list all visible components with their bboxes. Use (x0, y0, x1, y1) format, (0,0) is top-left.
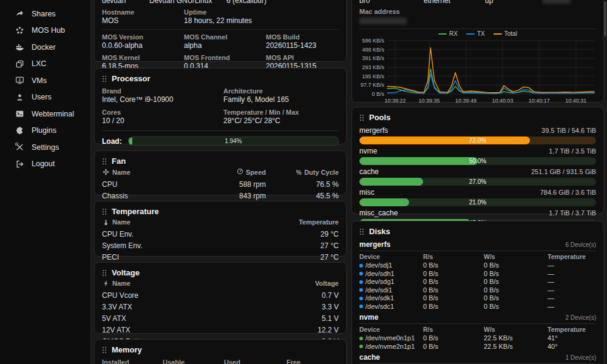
pool-usage-percent: 27.0% (359, 178, 596, 186)
sidebar-item-webterminal[interactable]: Webterminal (0, 106, 90, 123)
sidebar-item-logout[interactable]: Logout (0, 156, 90, 173)
disk-read-speed: 0 B/s (423, 278, 484, 286)
disk-read-speed: 0 B/s (423, 270, 484, 278)
scrollbar-thumb[interactable] (604, 1, 606, 36)
system-field-value: 20260115-1423 (266, 41, 339, 50)
disk-temperature: — (548, 261, 596, 270)
sidebar-item-mos-hub[interactable]: MOS Hub (0, 22, 90, 39)
disk-row-dev-nvme0n1p1: /dev/nvme0n1p10 B/s22.5 KB/s41° (359, 334, 596, 343)
system-field-value: 0.0.60-alpha (102, 41, 184, 50)
pool-usage-percent: 50.0% (359, 157, 596, 165)
drag-handle-icon[interactable] (102, 269, 107, 277)
disk-row-dev-sdh1: /dev/sdh10 B/s0 B/s— (359, 270, 596, 278)
sensor-value: 29 °C (220, 230, 339, 238)
memory-field-label: Installed (102, 359, 163, 364)
processor-field-value: 10 / 20 (102, 116, 223, 126)
svg-text:488 KB/s: 488 KB/s (362, 47, 384, 53)
disk-temperature: — (548, 278, 596, 286)
sidebar-item-plugins[interactable]: Plugins (0, 123, 90, 140)
drag-handle-icon[interactable] (102, 75, 107, 83)
fan-table-header: Name Speed% Duty Cycle (102, 167, 339, 178)
system-field-value: MOS (102, 16, 184, 25)
cpu-load-percent: 1.94% (129, 137, 338, 145)
disk-device-name: /dev/sdc1 (365, 303, 394, 311)
system-partial-value: devuan (102, 0, 149, 5)
temperature-table: NameTemperatureCPU Env.29 °CSystem Env.2… (102, 217, 339, 263)
column-name: Name (102, 169, 187, 176)
field-hostname: HostnameMOS (102, 8, 184, 25)
ip-address-redacted (543, 0, 571, 4)
voltage-row-cpu-vcore: CPU Vcore0.7 V (102, 289, 339, 301)
drag-handle-icon[interactable] (102, 346, 107, 354)
disk-temperature: 41° (548, 334, 596, 343)
vm-icon (15, 76, 24, 86)
pool-header: mergerfs39.5 TiB / 54.6 TiB (359, 126, 596, 135)
drag-handle-icon[interactable] (102, 208, 107, 215)
column-device: Device (359, 326, 423, 333)
drag-handle-icon[interactable] (102, 158, 107, 165)
sensor-name: CPU Env. (102, 230, 220, 238)
pool-usage-percent: 21.0% (359, 198, 596, 206)
field-mos-channel: MOS Channelalpha (184, 33, 266, 50)
sidebar-item-label: Users (32, 93, 52, 101)
system-field-label: MOS Version (102, 33, 184, 41)
system-field-label: Hostname (102, 8, 184, 16)
sidebar-item-docker[interactable]: Docker (0, 39, 90, 56)
disk-read-speed: 0 B/s (423, 303, 484, 311)
system-info-mos-grid: MOS Version0.0.60-alphaMOS ChannelalphaM… (102, 33, 339, 71)
sidebar-item-shares[interactable]: Shares (0, 5, 90, 22)
drag-handle-icon[interactable] (359, 228, 364, 235)
svg-text:0 B/s: 0 B/s (371, 91, 384, 97)
disk-read-speed: 0 B/s (423, 286, 484, 295)
field-brand: BrandIntel, Core™ i9-10900 (102, 87, 223, 104)
system-field-value: alpha (184, 41, 266, 50)
pool-usage-bar: 21.0% (359, 198, 596, 206)
sensor-name: CPU Vcore (102, 291, 220, 300)
drag-handle-icon[interactable] (359, 114, 364, 121)
processor-panel: Processor BrandIntel, Core™ i9-10900Arch… (94, 68, 347, 144)
disk-device-name: /dev/nvme2n1p1 (365, 343, 415, 351)
lightning-icon (102, 280, 109, 287)
svg-text:97.7 KB/s: 97.7 KB/s (361, 82, 385, 88)
memory-panel: Memory Installed128 GiBUsable125.6 GiBUs… (94, 339, 347, 364)
fan-table: Name Speed% Duty CycleCPU588 rpm76.5 %Ch… (102, 167, 339, 201)
sidebar-item-vms[interactable]: VMs (0, 72, 90, 89)
system-field-label: MOS Build (266, 33, 339, 41)
sensor-name: 12V ATX (102, 326, 220, 334)
disk-device: /dev/sdc1 (359, 303, 423, 311)
disk-write-speed: 0 B/s (484, 270, 548, 278)
sidebar-item-lxc[interactable]: LXC (0, 56, 90, 73)
voltage-header: NameVoltage (102, 278, 339, 289)
temperature-row-cpu-env: CPU Env.29 °C (102, 228, 339, 240)
disk-read-speed: 0 B/s (423, 343, 484, 351)
panel-title: Memory (112, 345, 142, 354)
sidebar-item-settings[interactable]: Settings (0, 139, 90, 156)
svg-text:195 KB/s: 195 KB/s (362, 73, 384, 79)
field-free: Free101.2 GiB (287, 359, 339, 364)
disk-row-dev-sdj1: /dev/sdj10 B/s0 B/s— (359, 261, 596, 270)
svg-text:293 KB/s: 293 KB/s (362, 64, 384, 70)
disk-row-dev-sdc1: /dev/sdc10 B/s0 B/s— (359, 303, 596, 311)
disk-row-dev-nvme2n1p1: /dev/nvme2n1p10 B/s22.5 KB/s40° (359, 343, 596, 351)
system-info-partial-row: devuanDevuan GNU/Linux6 (excalibur) (102, 0, 339, 5)
system-partial-value: Devuan GNU/Linux (149, 0, 226, 5)
divider (102, 29, 339, 30)
sidebar-item-users[interactable]: Users (0, 89, 90, 106)
disk-section-header: cache1 Device(s) (359, 351, 596, 364)
field-cores: Cores10 / 20 (102, 109, 223, 126)
pool-usage-percent: 72.0% (359, 136, 596, 144)
svg-text:10:40:31: 10:40:31 (565, 98, 586, 104)
sidebar-item-label: LXC (32, 59, 46, 68)
sensor-value: 0.7 V (220, 291, 339, 300)
svg-text:10:39:49: 10:39:49 (455, 98, 476, 104)
disk-temperature: — (548, 303, 596, 311)
scrollbar[interactable] (603, 0, 606, 364)
network-chart[interactable]: 0 B/s97.7 KB/s195 KB/s293 KB/s391 KB/s48… (359, 37, 596, 107)
svg-text:10:39:22: 10:39:22 (384, 98, 405, 104)
memory-field-label: Used (224, 359, 287, 364)
network-panel: br0ethernetup Mac address RXTXTotal 0 B/… (351, 0, 604, 103)
disk-status-dot (359, 305, 363, 308)
panel-title: Pools (369, 113, 390, 122)
disks-panel: Disks mergerfs6 Device(s)DeviceR/sW/sTem… (351, 221, 604, 364)
sidebar-item-label: Settings (32, 143, 59, 152)
